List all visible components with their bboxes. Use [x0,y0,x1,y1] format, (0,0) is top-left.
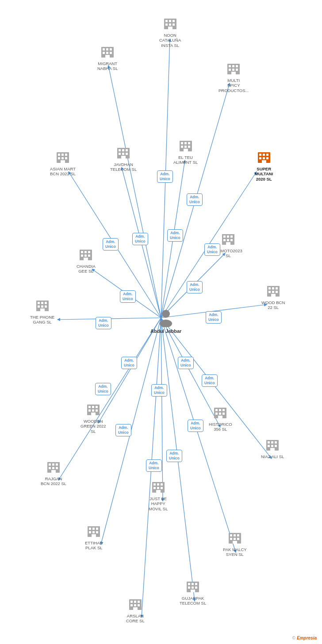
svg-rect-64 [184,142,187,144]
node-label: WOODEN GREEN 2022 SL [80,419,106,434]
adm-badge-16[interactable]: Adm.Unico [115,424,131,436]
adm-badge-17[interactable]: Adm.Unico [188,420,203,432]
node-label: ETTIHAD PLAK SL [85,540,103,551]
svg-rect-88 [227,235,229,238]
building-icon [100,44,115,60]
node-label: ARSLAN CORE SL [126,613,145,624]
adm-badge-14[interactable]: Adm.Unico [95,383,111,395]
node-el-teu[interactable]: EL TEU ALIMENT SL [173,138,198,165]
node-gujarpak[interactable]: GUJARPAK TELECOM SL [180,579,206,606]
svg-rect-157 [92,534,96,537]
svg-rect-97 [276,287,278,289]
svg-rect-139 [52,467,54,469]
adm-badge-2[interactable]: Adm.Unico [132,233,148,245]
adm-badge-18[interactable]: Adm.Unico [166,450,182,462]
svg-rect-146 [153,487,156,489]
svg-line-1 [108,66,161,318]
svg-rect-33 [110,48,112,50]
node-label: NOON CATALUÑA INSTA SL [159,33,181,48]
svg-rect-93 [226,242,230,245]
adm-badge-12[interactable]: Adm.Unico [178,357,194,369]
svg-rect-39 [229,65,231,67]
node-multi-spicy[interactable]: MULTI SPICY PRODUCTOS... [218,61,249,93]
svg-rect-128 [271,441,273,443]
node-migrant[interactable]: MIGRANT NABHA SL [97,44,118,71]
svg-rect-72 [263,154,265,156]
svg-rect-66 [181,146,183,148]
graph-container: Abdul Jabbar NOON CATALUÑA INSTA SL M [0,0,322,629]
svg-rect-69 [184,149,188,151]
adm-badge-1[interactable]: Adm.Unico [103,238,119,251]
node-just-be-happy[interactable]: JUST BE HAPPY MOVIL SL [149,479,168,511]
svg-rect-79 [81,251,83,253]
svg-rect-74 [259,157,261,159]
node-ettihad[interactable]: ETTIHAD PLAK SL [85,524,103,551]
adm-badge-8[interactable]: Adm.Unico [204,243,220,256]
adm-badge-15[interactable]: Adm.Unico [151,384,167,397]
svg-rect-76 [266,157,268,159]
svg-rect-129 [275,441,277,443]
node-label: THE PHONE GANG SL [30,315,54,325]
brand-name: Empresia [297,636,317,640]
svg-rect-65 [188,142,190,144]
svg-rect-98 [268,291,271,293]
adm-badge-10[interactable]: Adm.Unico [206,311,222,324]
svg-rect-163 [234,538,236,540]
svg-rect-121 [222,409,225,411]
node-historico[interactable]: HISTORICO 356 SL [209,405,232,432]
node-label: SUPER MULTANI 2020 SL [255,166,273,181]
svg-rect-153 [96,528,98,530]
svg-rect-151 [89,528,91,530]
svg-rect-175 [130,601,133,603]
building-icon [226,61,242,77]
adm-badge-4[interactable]: Adm.Unico [96,317,111,329]
adm-badge-6[interactable]: Adm.Unico [167,229,183,242]
svg-rect-143 [153,483,156,486]
svg-rect-172 [195,586,197,589]
svg-rect-113 [96,406,98,408]
building-icon [220,231,236,247]
node-asian-mart[interactable]: ASIAN MART BCN 2022 SL [50,150,76,177]
adm-badge-9[interactable]: Adm.Unico [187,281,203,293]
svg-rect-177 [138,601,140,603]
node-pak-malcy[interactable]: PAK MALCY SYEN SL [223,530,247,557]
svg-rect-171 [192,586,194,589]
node-label: MIGRANT NABHA SL [97,61,118,71]
adm-badge-19[interactable]: Adm.Unico [146,459,162,472]
node-wooden-green[interactable]: WOODEN GREEN 2022 SL [80,402,106,434]
svg-rect-111 [88,406,91,408]
adm-badge-7[interactable]: Adm.Unico [187,193,203,206]
adm-badge-5[interactable]: Adm.Unico [157,170,173,183]
svg-rect-107 [41,305,43,308]
svg-rect-84 [88,255,90,257]
node-javdhan[interactable]: JAVDHAN TELECOM SL [110,145,137,172]
node-label: RAJGAN BCN 2022 SL [41,476,66,486]
adm-badge-13[interactable]: Adm.Unico [202,374,218,387]
node-niaz-ali[interactable]: NIAZ ALI SL [261,437,284,459]
node-label: ASIAN MART BCN 2022 SL [50,166,76,177]
svg-rect-152 [92,528,95,530]
building-icon [78,247,94,263]
node-super-multani[interactable]: SUPER MULTANI 2020 SL [255,150,273,181]
node-label: GUJARPAK TELECOM SL [180,596,206,606]
node-arslan-core[interactable]: ARSLAN CORE SL [126,597,145,624]
node-wood-bcn[interactable]: WOOD BCN 22 SL [261,283,285,310]
node-noon[interactable]: NOON CATALUÑA INSTA SL [159,16,181,48]
node-label: PAK MALCY SYEN SL [223,547,247,557]
building-icon [150,479,166,495]
svg-rect-85 [84,258,88,260]
adm-badge-11[interactable]: Adm.Unico [121,357,137,369]
node-rajgan[interactable]: RAJGAN BCN 2022 SL [41,459,66,486]
svg-rect-96 [272,287,274,289]
node-label: MULTI SPICY PRODUCTOS... [218,78,249,93]
center-node-abdul-jabbar[interactable]: Abdul Jabbar [150,308,181,334]
node-chandia-gee[interactable]: CHANDIA GEE SL [77,247,96,274]
person-icon [156,308,176,327]
svg-rect-83 [84,255,87,257]
svg-rect-138 [49,467,51,469]
svg-rect-119 [215,409,218,411]
adm-badge-3[interactable]: Adm.Unico [120,290,136,303]
svg-rect-103 [38,302,40,304]
building-icon [227,530,243,546]
node-phone-gang[interactable]: THE PHONE GANG SL [30,298,54,325]
